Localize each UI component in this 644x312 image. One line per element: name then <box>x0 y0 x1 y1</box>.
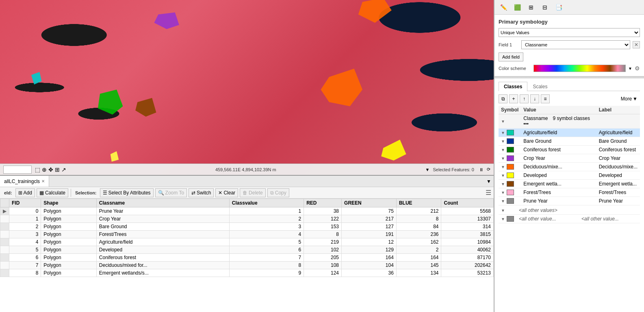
table-row[interactable]: 8 Polygon Emergent wetlands/s... 9 124 3… <box>0 269 494 277</box>
row-selector[interactable] <box>0 246 9 254</box>
class-row[interactable]: ▼ Deciduous/mixe... Deciduous/mixe... <box>499 163 640 171</box>
row-selector[interactable] <box>0 254 9 262</box>
table-row[interactable]: 5 Polygon Developed 6 102 129 2 40062 <box>0 246 494 254</box>
row-selector[interactable] <box>0 231 9 238</box>
row-selector[interactable] <box>0 262 9 269</box>
class-toggle-arrow[interactable]: ▼ <box>501 165 505 169</box>
aov-label2-cell[interactable]: <all other value... <box>579 215 640 223</box>
classname-expand-arrow[interactable]: ▼ <box>501 119 505 124</box>
col-header-count[interactable]: Count <box>441 199 494 207</box>
add-button[interactable]: ⊞ Add <box>15 188 35 197</box>
table-row[interactable]: 4 Polygon Agriculture/field 5 219 12 162… <box>0 238 494 246</box>
symbology-type-select[interactable]: Unique Values <box>499 28 640 37</box>
class-color-swatch[interactable] <box>507 198 514 204</box>
calculate-button[interactable]: ▦ Calculate <box>37 188 68 197</box>
zoom-icon[interactable]: ⊕ <box>42 166 47 173</box>
color-scheme-dropdown[interactable]: ▼ <box>628 66 632 71</box>
tab-classes[interactable]: Classes <box>499 82 527 91</box>
pencil-icon[interactable]: ✏️ <box>498 2 509 13</box>
class-value-cell[interactable]: Developed <box>521 171 596 180</box>
select-icon[interactable]: ⬚ <box>35 166 40 173</box>
class-label-cell[interactable]: Forest/Trees <box>596 188 640 197</box>
add-field-button[interactable]: Add field <box>499 52 523 61</box>
aov-toggle-arrow[interactable]: ▼ <box>501 208 505 213</box>
class-label-cell[interactable]: Developed <box>596 171 640 180</box>
class-row[interactable]: ▼ Developed Developed <box>499 171 640 180</box>
aov-color-swatch[interactable] <box>507 216 514 222</box>
class-label-cell[interactable]: Prune Year <box>596 197 640 205</box>
color-scheme-bar[interactable] <box>533 65 626 72</box>
class-row[interactable]: ▼ Bare Ground Bare Ground <box>499 137 640 146</box>
table-tab-allLC[interactable]: allLC_trainingcls ✕ <box>0 176 49 187</box>
class-value-cell[interactable]: Prune Year <box>521 197 596 205</box>
switch-button[interactable]: ⇄ Switch <box>189 188 214 197</box>
class-label-cell[interactable]: Emergent wetla... <box>596 180 640 188</box>
add-class-icon[interactable]: + <box>509 94 518 103</box>
table-row[interactable]: 3 Polygon Forest/Trees 4 8 191 236 3815 <box>0 231 494 238</box>
scale-input[interactable]: 123,775 <box>3 166 32 174</box>
pan-icon[interactable]: ✥ <box>48 166 53 173</box>
row-selector[interactable] <box>0 238 9 246</box>
class-row[interactable]: ▼ Coniferous forest Coniferous forest <box>499 146 640 154</box>
class-row[interactable]: ▼ Crop Year Crop Year <box>499 154 640 163</box>
class-value-cell[interactable]: Deciduous/mixe... <box>521 163 596 171</box>
filter-icon[interactable]: ⊟ <box>539 2 551 13</box>
class-value-cell[interactable]: Emergent wetla... <box>521 180 596 188</box>
class-row[interactable]: ▼ Agriculture/field Agriculture/field <box>499 129 640 137</box>
class-color-swatch[interactable] <box>507 190 514 195</box>
col-header-fid[interactable]: FID <box>9 199 41 207</box>
class-label-cell[interactable]: Crop Year <box>596 154 640 163</box>
class-toggle-arrow[interactable]: ▼ <box>501 182 505 186</box>
copy-button[interactable]: ⧉ Copy <box>267 188 289 197</box>
class-color-swatch[interactable] <box>507 181 514 187</box>
aov-arrow2[interactable]: ▼ <box>501 217 505 221</box>
table-row[interactable]: 1 Polygon Crop Year 2 122 217 8 13307 <box>0 215 494 223</box>
symbol-classes-dots[interactable]: ••• <box>523 121 529 127</box>
class-value-cell[interactable]: Crop Year <box>521 154 596 163</box>
class-toggle-arrow[interactable]: ▼ <box>501 148 505 152</box>
col-header-shape[interactable]: Shape <box>41 199 97 207</box>
class-row[interactable]: ▼ Forest/Trees Forest/Trees <box>499 188 640 197</box>
class-label-cell[interactable]: Coniferous forest <box>596 146 640 154</box>
row-selector[interactable] <box>0 269 9 277</box>
hamburger-icon[interactable]: ☰ <box>486 189 491 196</box>
col-header-classvalue[interactable]: Classvalue <box>229 199 304 207</box>
class-color-swatch[interactable] <box>507 155 514 161</box>
zoom-to-button[interactable]: 🔍 Zoom To <box>155 188 187 197</box>
class-label-cell[interactable]: Deciduous/mixe... <box>596 163 640 171</box>
class-color-swatch[interactable] <box>507 138 514 144</box>
coord-dropdown[interactable]: ▼ <box>425 167 430 172</box>
add-vertex-icon[interactable]: ⊞ <box>55 166 60 173</box>
row-selector[interactable] <box>0 223 9 231</box>
table-row[interactable]: 2 Polygon Bare Ground 3 153 127 84 314 <box>0 223 494 231</box>
color-scheme-gear-icon[interactable]: ⚙ <box>635 65 640 72</box>
class-value-cell[interactable]: Coniferous forest <box>521 146 596 154</box>
move-down-icon[interactable]: ↓ <box>530 94 539 103</box>
class-toggle-arrow[interactable]: ▼ <box>501 199 505 203</box>
move-up-icon[interactable]: ↑ <box>520 94 529 103</box>
table-scroll-arrow[interactable]: ▼ <box>484 176 494 187</box>
class-value-cell[interactable]: Forest/Trees <box>521 188 596 197</box>
class-toggle-arrow[interactable]: ▼ <box>501 131 505 135</box>
table-row[interactable]: 6 Polygon Coniferous forest 7 205 164 16… <box>0 254 494 262</box>
close-tab-icon[interactable]: ✕ <box>41 179 45 183</box>
class-label-cell[interactable]: Bare Ground <box>596 137 640 146</box>
table-row[interactable]: 7 Polygon Deciduous/mixed for... 8 108 1… <box>0 262 494 269</box>
class-toggle-arrow[interactable]: ▼ <box>501 139 505 144</box>
divider[interactable] <box>494 76 644 79</box>
col-header-classname[interactable]: Classname <box>96 199 229 207</box>
class-toggle-arrow[interactable]: ▼ <box>501 156 505 161</box>
field1-close[interactable]: ✕ <box>633 41 640 48</box>
table-row[interactable]: ▶ 0 Polygon Prune Year 1 38 75 212 5568 <box>0 207 494 215</box>
col-header-red[interactable]: RED <box>304 199 342 207</box>
tab-scales[interactable]: Scales <box>527 82 553 91</box>
refresh-icon[interactable]: ⟳ <box>487 167 490 172</box>
more-button[interactable]: More ▼ <box>618 95 640 103</box>
layers-icon[interactable]: 🟩 <box>512 2 523 13</box>
class-color-swatch[interactable] <box>507 172 514 178</box>
class-toggle-arrow[interactable]: ▼ <box>501 173 505 178</box>
row-selector[interactable] <box>0 215 9 223</box>
class-toggle-arrow[interactable]: ▼ <box>501 190 505 195</box>
field1-select[interactable]: Classname <box>521 40 630 49</box>
row-selector[interactable]: ▶ <box>0 207 9 215</box>
